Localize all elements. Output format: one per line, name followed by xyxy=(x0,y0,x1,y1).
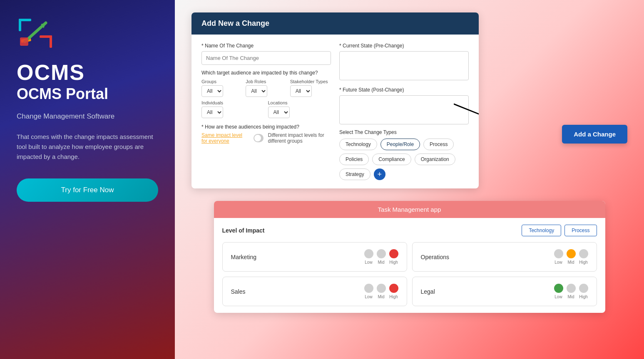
impact-toggle-row: Same impact level for everyone Different… xyxy=(201,132,331,144)
add-change-card-header: Add New a Change xyxy=(191,12,479,35)
type-btn-people-role[interactable]: People/Role xyxy=(380,139,420,150)
dot-label-mid-legal: Mid xyxy=(567,295,576,299)
portal-subtitle: Change Management Software xyxy=(17,111,114,122)
job-roles-select[interactable]: All xyxy=(246,85,267,97)
change-types-grid: Technology People/Role Process Policies … xyxy=(339,139,469,180)
svg-rect-3 xyxy=(50,35,52,48)
type-btn-process[interactable]: Process xyxy=(423,139,454,150)
dot-label-mid-marketing: Mid xyxy=(377,260,386,265)
dot-label-high-sales: High xyxy=(389,295,398,299)
groups-select[interactable]: All xyxy=(201,85,223,97)
type-btn-technology[interactable]: Technology xyxy=(339,139,377,150)
svg-line-8 xyxy=(454,104,479,121)
future-state-input[interactable] xyxy=(339,95,469,124)
level-of-impact-label: Level of Impact xyxy=(222,227,265,234)
impact-toggle[interactable] xyxy=(254,134,264,142)
impact-card-sales: Sales Low Mid High xyxy=(222,277,407,306)
type-btn-strategy[interactable]: Strategy xyxy=(339,168,370,180)
type-btn-compliance[interactable]: Compliance xyxy=(372,154,411,165)
dot-mid-sales xyxy=(377,284,386,293)
task-management-body: Level of Impact Technology Process Marke… xyxy=(214,218,605,313)
impact-card-name-operations: Operations xyxy=(421,254,449,260)
try-free-button[interactable]: Try for Free Now xyxy=(17,178,158,202)
logo-text: OCMS xyxy=(17,60,85,85)
dot-label-high-legal: High xyxy=(579,295,588,299)
dot-mid-legal xyxy=(567,284,576,293)
dot-low-sales xyxy=(364,284,373,293)
dot-high-legal xyxy=(579,284,588,293)
dots-labels-sales: Low Mid High xyxy=(364,295,398,299)
stakeholder-select[interactable]: All xyxy=(290,85,312,97)
dots-labels-legal: Low Mid High xyxy=(554,295,588,299)
different-impact-label: Different impact levels for different gr… xyxy=(268,132,331,144)
current-state-label: * Current State (Pre-Change) xyxy=(339,43,469,49)
type-btn-organization[interactable]: Organization xyxy=(415,154,455,165)
groups-wrapper: Groups All xyxy=(201,79,242,97)
task-management-card: Task Management app Level of Impact Tech… xyxy=(214,201,605,313)
portal-description: That comes with the change impacts asses… xyxy=(17,132,158,162)
change-types-section: Select The Change Types Technology Peopl… xyxy=(339,129,469,180)
dropdowns-row-1: Groups All Job Roles All Stakeholder Typ… xyxy=(201,79,331,97)
add-type-button[interactable]: + xyxy=(374,168,385,180)
dots-row-legal xyxy=(554,284,588,293)
dropdowns-row-2: Individuals All Locations All xyxy=(201,100,331,118)
dot-high-marketing xyxy=(389,249,398,258)
impact-card-name-sales: Sales xyxy=(231,288,246,295)
dot-label-high-marketing: High xyxy=(389,260,398,265)
logo-container xyxy=(17,17,54,50)
individuals-select[interactable]: All xyxy=(201,106,223,118)
individuals-wrapper: Individuals All xyxy=(201,100,265,118)
svg-rect-1 xyxy=(19,19,21,31)
impact-dots-legal: Low Mid High xyxy=(554,284,588,299)
dot-label-low-legal: Low xyxy=(554,295,563,299)
dot-label-mid-sales: Mid xyxy=(377,295,386,299)
locations-wrapper: Locations All xyxy=(268,100,331,118)
impact-label: * How are these audiences being impacted… xyxy=(201,124,331,130)
dot-mid-operations xyxy=(567,249,576,258)
dot-label-low-sales: Low xyxy=(364,295,373,299)
locations-label: Locations xyxy=(268,100,331,105)
dots-labels-marketing: Low Mid High xyxy=(364,260,398,265)
impact-grid: Marketing Low Mid High xyxy=(222,242,597,306)
portal-title: OCMS Portal xyxy=(17,85,108,103)
impact-card-operations: Operations Low Mid High xyxy=(412,242,597,272)
change-types-label: Select The Change Types xyxy=(339,129,469,135)
dot-mid-marketing xyxy=(377,249,386,258)
dots-row-sales xyxy=(364,284,398,293)
dots-row-operations xyxy=(554,249,588,258)
dot-label-low-operations: Low xyxy=(554,260,563,265)
name-label: * Name Of The Change xyxy=(201,43,331,49)
individuals-label: Individuals xyxy=(201,100,265,105)
filter-technology[interactable]: Technology xyxy=(522,225,561,236)
dot-label-mid-operations: Mid xyxy=(567,260,576,265)
dot-high-operations xyxy=(579,249,588,258)
task-top-row: Level of Impact Technology Process xyxy=(222,225,597,236)
dots-row-marketing xyxy=(364,249,398,258)
dot-low-operations xyxy=(554,249,563,258)
filter-process[interactable]: Process xyxy=(564,225,597,236)
stakeholder-wrapper: Stakeholder Types All xyxy=(290,79,331,97)
add-change-button[interactable]: Add a Change xyxy=(562,125,627,144)
impact-section: * How are these audiences being impacted… xyxy=(201,124,331,144)
target-label: Which target audience are impacted by th… xyxy=(201,70,331,76)
dot-low-marketing xyxy=(364,249,373,258)
task-management-header: Task Management app xyxy=(214,201,605,218)
job-roles-wrapper: Job Roles All xyxy=(246,79,286,97)
locations-select[interactable]: All xyxy=(268,106,290,118)
name-input[interactable] xyxy=(201,51,331,65)
impact-card-name-marketing: Marketing xyxy=(231,254,256,260)
arrow-overlay xyxy=(454,100,479,126)
dot-low-legal xyxy=(554,284,563,293)
job-roles-label: Job Roles xyxy=(246,79,286,84)
impact-dots-operations: Low Mid High xyxy=(554,249,588,265)
impact-card-legal: Legal Low Mid High xyxy=(412,277,597,306)
same-impact-label[interactable]: Same impact level for everyone xyxy=(201,132,249,144)
svg-rect-7 xyxy=(20,37,28,46)
ocms-logo-icon xyxy=(17,17,54,50)
stakeholder-label: Stakeholder Types xyxy=(290,79,331,84)
filter-buttons: Technology Process xyxy=(522,225,597,236)
dot-label-high-operations: High xyxy=(579,260,588,265)
type-btn-policies[interactable]: Policies xyxy=(339,154,369,165)
form-right-column: * Current State (Pre-Change) * Future St… xyxy=(339,43,469,180)
current-state-input[interactable] xyxy=(339,51,469,80)
